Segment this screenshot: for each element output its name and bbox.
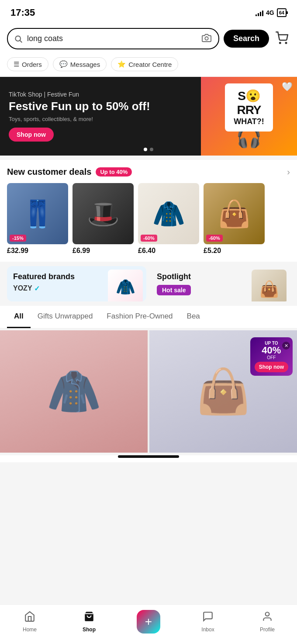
profile-label: Profile (260, 627, 275, 633)
grid-card-red-cardigan[interactable]: 🧥 (0, 330, 148, 453)
svg-point-6 (266, 612, 269, 616)
signal-icon (256, 9, 263, 16)
network-type: 4G (266, 9, 274, 16)
nav-profile[interactable]: Profile (238, 609, 297, 634)
svg-point-3 (280, 42, 281, 44)
profile-icon (262, 611, 273, 625)
svg-point-2 (205, 37, 208, 40)
popup-close-button[interactable]: ✕ (282, 342, 290, 350)
search-bar: long coats Search (0, 24, 297, 54)
battery-indicator: 64 (277, 8, 287, 17)
discount-badge-jeans: -15% (10, 235, 26, 242)
search-icon (14, 35, 23, 43)
new-customer-deals: New customer deals Up to 40% › 👖 -15% £3… (0, 160, 297, 262)
grid-image-red-cardigan: 🧥 (0, 330, 148, 453)
banner-dot-1[interactable] (144, 148, 147, 151)
quick-nav: ☰ Orders 💬 Messages ⭐ Creator Centre (0, 54, 297, 77)
chevron-right-icon[interactable]: › (287, 167, 290, 177)
shop-label: Shop (83, 627, 96, 633)
home-label: Home (23, 627, 37, 633)
heart-icon: 🤍 (282, 81, 293, 92)
search-input-text[interactable]: long coats (27, 34, 197, 43)
camera-search-button[interactable] (201, 32, 212, 45)
shop-icon (83, 611, 95, 625)
inbox-label: Inbox (201, 627, 214, 633)
orders-icon: ☰ (14, 60, 19, 68)
banner-right: 🤍 S😮RRY WHAT?! 🎧 (201, 77, 297, 156)
featured-brand-image: 🧥 (108, 270, 143, 301)
product-card-bag[interactable]: 👜 -60% £5.20 (204, 183, 265, 255)
product-image-sweater: 🧥 -60% (138, 183, 199, 244)
svg-line-1 (20, 40, 22, 42)
spotlight-image: 👜 (252, 270, 287, 301)
orders-label: Orders (22, 61, 42, 68)
popup-off: OFF (255, 355, 288, 360)
tab-beauty[interactable]: Bea (180, 306, 207, 328)
messages-label: Messages (70, 61, 100, 68)
product-card-hat[interactable]: 🎩 £6.99 (73, 183, 134, 255)
product-grid: 🧥 👜 ✕ UP TO 40% OFF Shop now (0, 330, 297, 453)
home-indicator (118, 455, 179, 458)
banner-shop-button[interactable]: Shop now (9, 128, 54, 142)
promo-popup: ✕ UP TO 40% OFF Shop now (250, 337, 293, 376)
add-button[interactable]: + (137, 610, 160, 634)
product-price-hat: £6.99 (73, 247, 134, 255)
discount-badge-sweater: -60% (141, 235, 157, 242)
product-image-bag: 👜 -60% (204, 183, 265, 244)
messages-icon: 💬 (59, 60, 68, 68)
svg-point-0 (15, 36, 21, 41)
discount-badge-bag: -60% (206, 235, 223, 242)
banner-title: Festive Fun up to 50% off! (9, 100, 192, 113)
product-price-jeans: £32.99 (7, 247, 68, 255)
status-bar: 17:35 4G 64 (0, 0, 297, 24)
nav-orders[interactable]: ☰ Orders (7, 57, 48, 71)
featured-spotlight-section: Featured brands YOZY ✓ 🧥 Spotlight Hot s… (0, 266, 297, 301)
product-price-bag: £5.20 (204, 247, 265, 255)
nav-shop[interactable]: Shop (59, 609, 119, 634)
svg-point-4 (286, 42, 287, 44)
inbox-icon (202, 611, 214, 625)
products-row: 👖 -15% £32.99 🎩 £6.99 🧥 -60% £6.40 👜 -60… (7, 183, 290, 255)
featured-brands-card[interactable]: Featured brands YOZY ✓ 🧥 (7, 266, 146, 301)
banner-desc: Toys, sports, collectibles, & more! (9, 116, 192, 122)
discount-badge: Up to 40% (96, 167, 132, 177)
search-input-box[interactable]: long coats (7, 28, 219, 49)
section-title-row: New customer deals Up to 40% (7, 167, 132, 177)
nav-messages[interactable]: 💬 Messages (53, 57, 107, 71)
hot-sale-badge: Hot sale (157, 285, 191, 295)
status-icons: 4G 64 (256, 8, 287, 17)
search-button[interactable]: Search (224, 30, 269, 48)
product-price-sweater: £6.40 (138, 247, 199, 255)
section-title: New customer deals (7, 167, 91, 177)
section-header: New customer deals Up to 40% › (7, 167, 290, 177)
verified-icon: ✓ (34, 284, 40, 293)
home-icon (24, 611, 35, 625)
product-image-hat: 🎩 (73, 183, 134, 244)
spotlight-card[interactable]: Spotlight Hot sale 👜 (151, 266, 290, 301)
creator-label: Creator Centre (128, 61, 172, 68)
popup-shop-button[interactable]: Shop now (255, 362, 288, 372)
category-tabs: All Gifts Unwrapped Fashion Pre-Owned Be… (0, 306, 297, 329)
nav-home[interactable]: Home (0, 609, 59, 634)
grid-card-black-bag[interactable]: 👜 ✕ UP TO 40% OFF Shop now (149, 330, 297, 453)
banner-dot-2[interactable] (150, 148, 153, 151)
nav-inbox[interactable]: Inbox (178, 609, 238, 634)
product-card-sweater[interactable]: 🧥 -60% £6.40 (138, 183, 199, 255)
tab-all[interactable]: All (7, 306, 31, 328)
banner-left: TikTok Shop | Festive Fun Festive Fun up… (0, 77, 201, 156)
status-time: 17:35 (10, 7, 35, 18)
nav-creator[interactable]: ⭐ Creator Centre (111, 57, 178, 71)
nav-add[interactable]: + (119, 608, 178, 635)
banner-subtitle: TikTok Shop | Festive Fun (9, 91, 192, 98)
banner-dots (144, 148, 153, 151)
product-image-jeans: 👖 -15% (7, 183, 68, 244)
banner: TikTok Shop | Festive Fun Festive Fun up… (0, 77, 297, 156)
product-card-jeans[interactable]: 👖 -15% £32.99 (7, 183, 68, 255)
banner-product: S😮RRY WHAT?! (225, 83, 273, 132)
bottom-nav: Home Shop + Inbox Prof (0, 604, 297, 644)
cart-button[interactable] (273, 30, 290, 48)
tab-fashion[interactable]: Fashion Pre-Owned (100, 306, 180, 328)
tab-gifts[interactable]: Gifts Unwrapped (31, 306, 100, 328)
creator-icon: ⭐ (117, 60, 126, 68)
